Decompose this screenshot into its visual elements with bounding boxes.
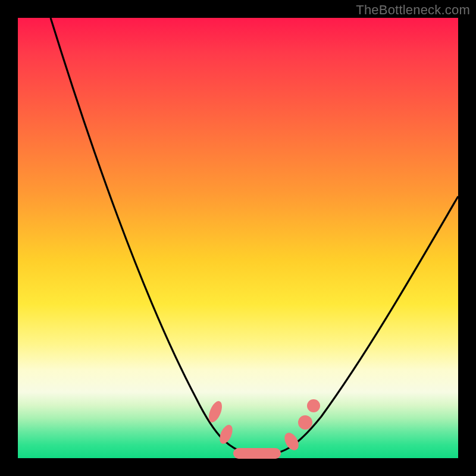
marker-bead [307, 399, 320, 412]
marker-bead [298, 415, 312, 430]
marker-bead [217, 423, 235, 446]
plot-area [18, 18, 458, 458]
chart-frame: TheBottleneck.com [0, 0, 476, 476]
marker-floor [233, 448, 281, 459]
watermark-text: TheBottleneck.com [356, 2, 470, 18]
bottleneck-curve [18, 18, 458, 458]
curve-path [51, 18, 458, 455]
curve-markers [206, 399, 320, 459]
